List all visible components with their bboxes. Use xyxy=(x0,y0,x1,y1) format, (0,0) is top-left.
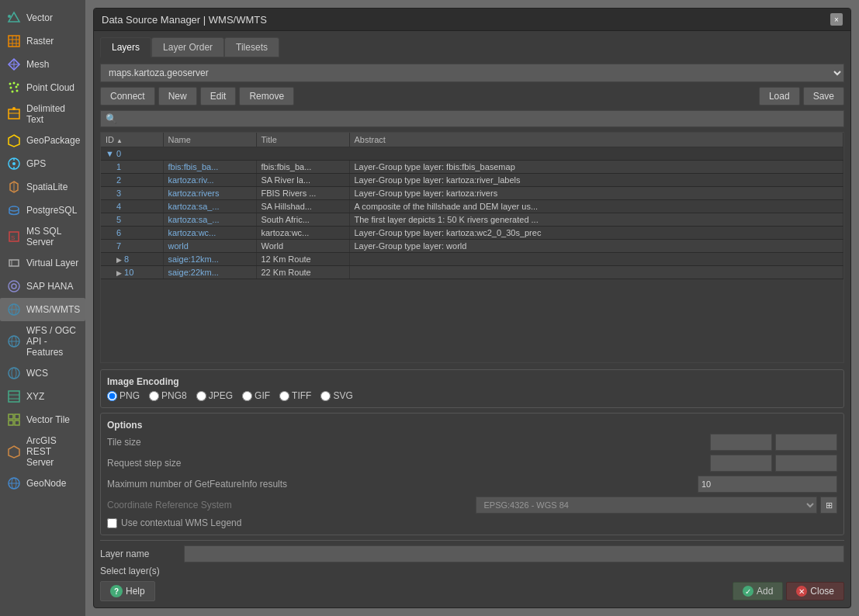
table-row[interactable]: 4 kartoza:sa_... SA Hillshad... A compos… xyxy=(101,200,843,213)
search-input[interactable] xyxy=(100,110,844,127)
sidebar-item-wcs[interactable]: WCS xyxy=(0,362,85,385)
sidebar-item-spatialite[interactable]: SpatiaLite xyxy=(0,175,85,199)
sidebar-item-arcgis-label: ArcGIS REST Server xyxy=(26,435,79,468)
crs-select[interactable]: EPSG:4326 - WGS 84 xyxy=(476,497,818,514)
col-abstract[interactable]: Abstract xyxy=(349,133,843,147)
svg-point-12 xyxy=(17,84,19,86)
svg-marker-50 xyxy=(9,446,19,458)
table-row[interactable]: 2 kartoza:riv... SA River la... Layer-Gr… xyxy=(101,174,843,187)
svg-point-11 xyxy=(13,82,16,85)
crs-pick-button[interactable]: ⊞ xyxy=(820,497,837,514)
sidebar-item-sap[interactable]: SAP HANA xyxy=(0,275,85,298)
edit-button[interactable]: Edit xyxy=(200,87,237,106)
add-icon: ✓ xyxy=(743,586,753,597)
sidebar-item-xyz-label: XYZ xyxy=(26,391,44,402)
help-button[interactable]: ? Help xyxy=(100,581,155,601)
geonode-icon xyxy=(6,476,22,491)
svg-marker-20 xyxy=(9,135,19,147)
svg-point-1 xyxy=(8,15,11,18)
tile-size-height-input[interactable] xyxy=(775,434,837,451)
svg-text:S: S xyxy=(11,234,15,241)
encoding-jpeg[interactable]: JPEG xyxy=(196,390,233,401)
request-step-height-input[interactable] xyxy=(775,455,837,472)
request-step-row: Request step size xyxy=(107,455,837,472)
remove-button[interactable]: Remove xyxy=(239,87,294,106)
sidebar-item-postgresql[interactable]: PostgreSQL xyxy=(0,199,85,222)
sidebar-item-arcgis[interactable]: ArcGIS REST Server xyxy=(0,431,85,472)
table-row[interactable]: ▼ 0 xyxy=(101,147,843,161)
col-title[interactable]: Title xyxy=(256,133,349,147)
tab-layerorder[interactable]: Layer Order xyxy=(151,37,224,57)
encoding-tiff[interactable]: TIFF xyxy=(279,390,311,401)
close-label: Close xyxy=(810,586,834,597)
table-row[interactable]: 1 fbis:fbis_ba... fbis:fbis_ba... Layer-… xyxy=(101,161,843,174)
svg-point-42 xyxy=(12,368,16,379)
load-button[interactable]: Load xyxy=(759,87,800,106)
svg-point-14 xyxy=(16,86,18,88)
sidebar-item-wcs-label: WCS xyxy=(26,368,48,379)
add-button[interactable]: ✓ Add xyxy=(733,582,783,600)
encoding-gif[interactable]: GIF xyxy=(242,390,270,401)
geopackage-icon xyxy=(6,133,22,148)
sidebar-item-vector[interactable]: Vector xyxy=(0,6,85,29)
sidebar-item-delimited[interactable]: Delimited Text xyxy=(0,99,85,129)
encoding-png[interactable]: PNG xyxy=(107,390,140,401)
sidebar-item-wfs[interactable]: WFS / OGC API - Features xyxy=(0,321,85,362)
layer-name-row: Layer name xyxy=(100,545,844,562)
virtual-icon xyxy=(6,255,22,271)
layer-name-input[interactable] xyxy=(184,545,844,562)
image-encoding-section: Image Encoding PNG PNG8 JPEG xyxy=(100,369,844,408)
sidebar-item-mssql[interactable]: S MS SQL Server xyxy=(0,222,85,251)
table-row[interactable]: ▶ 8 saige:12km... 12 Km Route xyxy=(101,253,843,266)
connect-button[interactable]: Connect xyxy=(100,87,155,106)
col-name[interactable]: Name xyxy=(163,133,256,147)
table-row[interactable]: ▶ 10 saige:22km... 22 Km Route xyxy=(101,266,843,279)
tile-size-width-input[interactable] xyxy=(710,434,772,451)
save-button[interactable]: Save xyxy=(803,87,844,106)
wms-legend-row: Use contextual WMS Legend xyxy=(107,517,837,528)
col-id[interactable]: ID xyxy=(101,133,163,147)
request-step-width-input[interactable] xyxy=(710,455,772,472)
layer-name-label: Layer name xyxy=(100,549,178,559)
sidebar-item-vectortile[interactable]: Vector Tile xyxy=(0,408,85,431)
table-row[interactable]: 6 kartoza:wc... kartoza:wc... Layer-Grou… xyxy=(101,227,843,240)
search-row xyxy=(100,110,844,127)
sidebar-item-xyz[interactable]: XYZ xyxy=(0,385,85,408)
close-dialog-button[interactable]: ✕ Close xyxy=(786,582,844,600)
sidebar-item-sap-label: SAP HANA xyxy=(26,281,73,292)
dialog-close-button[interactable]: × xyxy=(830,13,843,26)
sidebar-item-gps-label: GPS xyxy=(26,158,46,169)
sidebar-item-wms[interactable]: WMS/WMTS xyxy=(0,298,85,321)
svg-rect-48 xyxy=(9,420,13,425)
table-row[interactable]: 7 world World Layer-Group type layer: wo… xyxy=(101,240,843,253)
sidebar-item-pointcloud[interactable]: Point Cloud xyxy=(0,76,85,99)
svg-rect-47 xyxy=(15,414,19,419)
sidebar-item-raster[interactable]: Raster xyxy=(0,29,85,53)
max-features-input[interactable] xyxy=(698,476,837,493)
connection-select[interactable]: maps.kartoza.geoserver xyxy=(100,64,844,82)
tab-tilesets[interactable]: Tilesets xyxy=(224,37,279,57)
sidebar-item-virtual[interactable]: Virtual Layer xyxy=(0,251,85,275)
help-label: Help xyxy=(126,586,145,597)
table-row[interactable]: 5 kartoza:sa_... South Afric... The firs… xyxy=(101,213,843,227)
sidebar-item-mesh[interactable]: Mesh xyxy=(0,53,85,76)
postgresql-icon xyxy=(6,202,22,218)
svg-point-10 xyxy=(9,83,12,85)
sidebar-item-geonode[interactable]: GeoNode xyxy=(0,472,85,495)
sidebar-item-gps[interactable]: GPS xyxy=(0,152,85,175)
encoding-png8[interactable]: PNG8 xyxy=(149,390,187,401)
tile-size-label: Tile size xyxy=(107,437,704,448)
main-area: Data Source Manager | WMS/WMTS × Layers … xyxy=(85,0,859,616)
layers-table-container[interactable]: ID Name Title Abstract ▼ 0 1 fbis:fbis_b… xyxy=(100,132,844,363)
tab-layers[interactable]: Layers xyxy=(100,37,151,57)
dialog-titlebar: Data Source Manager | WMS/WMTS × xyxy=(94,9,850,31)
sidebar-item-geopackage[interactable]: GeoPackage xyxy=(0,129,85,152)
new-button[interactable]: New xyxy=(158,87,197,106)
wms-legend-checkbox[interactable] xyxy=(107,518,117,528)
encoding-radio-row: PNG PNG8 JPEG GIF xyxy=(107,390,837,401)
connection-row: maps.kartoza.geoserver xyxy=(100,64,844,82)
encoding-svg[interactable]: SVG xyxy=(320,390,352,401)
layers-table: ID Name Title Abstract ▼ 0 1 fbis:fbis_b… xyxy=(101,133,843,279)
sidebar-item-mssql-label: MS SQL Server xyxy=(26,226,79,247)
table-row[interactable]: 3 kartoza:rivers FBIS Rivers ... Layer-G… xyxy=(101,187,843,200)
